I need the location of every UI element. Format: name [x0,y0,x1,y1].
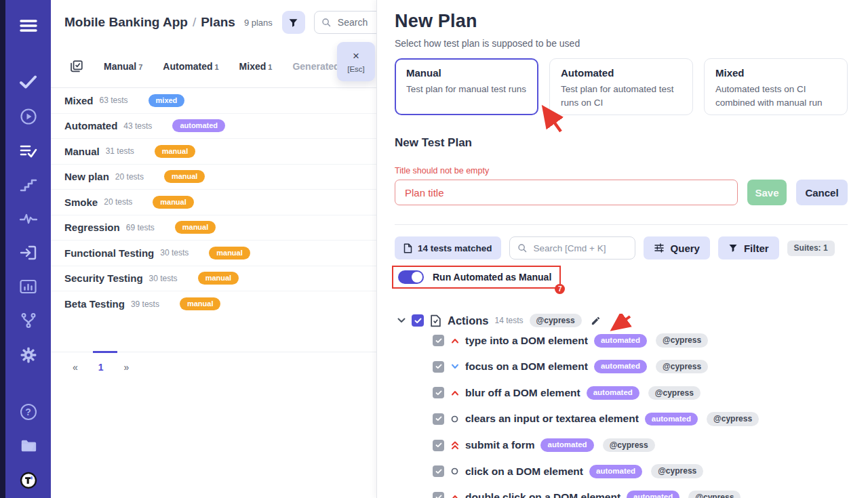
tag-badge[interactable]: @cypress [603,438,655,452]
plan-name[interactable]: Mixed [64,95,94,106]
chevron-down-icon[interactable] [397,316,406,325]
close-panel-button[interactable]: × [Esc] [337,42,375,81]
plans-search-box[interactable] [314,11,376,34]
plans-count: 9 plans [244,18,273,28]
plan-row[interactable]: Functional Testing 30 tests manual [51,241,376,266]
plan-row[interactable]: Mixed 63 tests mixed [51,88,376,114]
runs-play-icon[interactable] [20,108,37,125]
suite-tag-badge[interactable]: @cypress [530,314,582,327]
plan-row[interactable]: New plan 20 tests manual [51,165,376,190]
projects-folder-icon[interactable] [20,438,37,454]
test-checkbox-checked[interactable] [433,361,444,373]
esc-hint: [Esc] [347,65,365,73]
plan-name[interactable]: Smoke [64,196,98,208]
plan-type-card-automated[interactable]: Automated Test plan for automated test r… [549,58,693,115]
plan-name[interactable]: Regression [64,222,120,233]
pulse-activity-icon[interactable] [20,211,37,227]
tab-automated[interactable]: Automated1 [163,61,218,72]
breadcrumb-project[interactable]: Mobile Banking App [64,15,188,29]
priority-high-icon [450,338,459,344]
test-row[interactable]: focus on a DOM element automated @cypres… [433,354,848,380]
test-name[interactable]: submit a form [465,439,534,451]
hamburger-menu-icon[interactable] [20,18,37,34]
run-automated-as-manual-toggle[interactable] [398,270,424,284]
query-button[interactable]: Query [644,236,710,260]
plan-type-badge: manual [175,221,216,234]
tab-manual[interactable]: Manual7 [104,61,142,72]
plan-name[interactable]: New plan [64,171,109,182]
select-all-icon[interactable] [68,59,83,74]
test-checkbox-checked[interactable] [433,465,444,477]
pagination: « 1 » [51,352,376,383]
breadcrumb-divider: / [193,15,196,29]
tests-matched-chip[interactable]: 14 tests matched [395,236,501,260]
tab-mixed[interactable]: Mixed1 [239,61,273,72]
plan-row[interactable]: Beta Testing 39 tests manual [51,291,376,317]
test-checkbox-checked[interactable] [433,492,444,498]
plan-type-badge: manual [180,297,221,310]
test-row[interactable]: clears an input or textarea element auto… [433,406,848,432]
suite-checkbox-checked[interactable] [412,314,424,327]
filter-button[interactable]: Filter [718,236,779,260]
plan-name[interactable]: Functional Testing [64,247,154,259]
test-name[interactable]: blur off a DOM element [465,387,580,399]
pagination-page-1[interactable]: 1 [98,362,104,373]
tab-generated[interactable]: Generated [292,61,339,72]
test-checkbox-checked[interactable] [433,413,444,425]
plans-filter-button[interactable] [282,11,305,34]
tests-check-icon[interactable] [20,74,37,90]
plan-type-card-mixed[interactable]: Mixed Automated tests on CI combined wit… [704,58,848,115]
test-row[interactable]: double click on a DOM element automated … [433,484,848,498]
plan-row[interactable]: Smoke 20 tests manual [51,190,376,215]
tag-badge[interactable]: @cypress [656,360,708,373]
plan-row[interactable]: Security Testing 30 tests manual [51,266,376,292]
test-name[interactable]: clears an input or textarea element [465,413,639,425]
analytics-bar-chart-icon[interactable] [20,278,37,295]
plan-name[interactable]: Security Testing [64,272,143,284]
priority-normal-icon [450,415,459,423]
plan-row[interactable]: Manual 31 tests manual [51,139,376,165]
test-checkbox-checked[interactable] [433,440,444,451]
pagination-prev-button[interactable]: « [73,362,78,373]
plans-search-input[interactable] [336,16,376,28]
test-name[interactable]: double click on a DOM element [465,491,620,498]
plan-type-card-manual[interactable]: Manual Test plan for manual test runs [395,58,538,115]
plan-type-badge: manual [198,272,239,285]
app-logo[interactable] [20,472,37,489]
test-checkbox-checked[interactable] [433,335,444,346]
plan-name[interactable]: Manual [64,146,100,157]
test-plans-list-check-icon[interactable] [20,143,37,159]
branches-icon[interactable] [20,312,37,329]
pagination-next-button[interactable]: » [124,362,130,373]
test-checkbox-checked[interactable] [433,387,444,398]
app-window: ? Mobile Banking App/Plans 9 plans [0,0,868,498]
plan-row[interactable]: Automated 43 tests automated [51,114,376,140]
plan-name[interactable]: Beta Testing [64,298,125,310]
test-row[interactable]: type into a DOM element automated @cypre… [433,327,848,354]
edit-pencil-icon[interactable] [591,316,601,326]
cancel-button[interactable]: Cancel [796,180,848,205]
settings-gear-icon[interactable] [20,346,37,364]
steps-icon[interactable] [20,177,37,193]
plan-title-input[interactable] [395,180,738,205]
plan-test-count: 20 tests [115,172,144,182]
tag-badge[interactable]: @cypress [648,386,701,400]
help-icon[interactable]: ? [20,404,37,420]
save-button[interactable]: Save [747,180,787,205]
import-signin-icon[interactable] [20,245,37,261]
test-name[interactable]: type into a DOM element [465,335,588,347]
suite-name[interactable]: Actions [448,314,489,327]
test-name[interactable]: click on a DOM element [465,465,583,478]
plan-row[interactable]: Regression 69 tests manual [51,215,376,241]
tag-badge[interactable]: @cypress [688,491,741,498]
test-row[interactable]: click on a DOM element automated @cypres… [433,458,848,484]
tag-badge[interactable]: @cypress [651,464,703,478]
test-row[interactable]: submit a form automated @cypress [433,432,848,459]
test-name[interactable]: focus on a DOM element [465,360,588,373]
plan-name[interactable]: Automated [64,120,117,131]
tests-search-box[interactable] [509,236,635,260]
tag-badge[interactable]: @cypress [707,412,759,426]
tag-badge[interactable]: @cypress [656,333,708,347]
test-row[interactable]: blur off a DOM element automated @cypres… [433,380,848,407]
tests-search-input[interactable] [532,243,627,254]
